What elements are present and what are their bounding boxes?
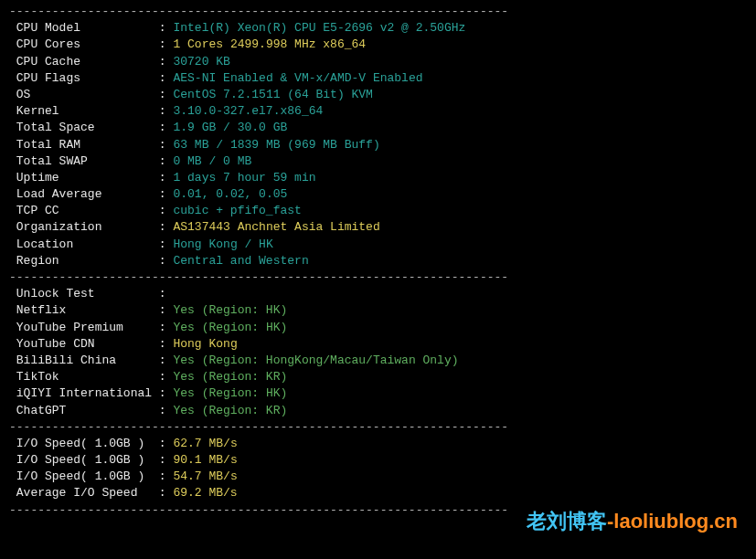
row-location: Location : Hong Kong / HK	[9, 237, 747, 253]
value-load-avg: 0.01, 0.02, 0.05	[173, 187, 287, 201]
row-io3: I/O Speed( 1.0GB ) : 54.7 MB/s	[9, 469, 747, 485]
row-os: OS : CentOS 7.2.1511 (64 Bit) KVM	[9, 87, 747, 103]
label-total-ram: Total RAM	[9, 138, 159, 152]
row-youtube-cdn: YouTube CDN : Hong Kong	[9, 336, 747, 353]
value-cpu-flags: AES-NI Enabled & VM-x/AMD-V Enabled	[173, 71, 422, 85]
label-tcp-cc: TCP CC	[9, 204, 159, 217]
label-bilibili: BiliBili China	[9, 353, 159, 367]
label-cpu-cache: CPU Cache	[9, 55, 159, 69]
label-kernel: Kernel	[9, 104, 159, 118]
label-load-avg: Load Average	[9, 187, 159, 201]
label-organization: Organization	[9, 220, 159, 234]
value-kernel: 3.10.0-327.el7.x86_64	[173, 104, 323, 118]
divider-io: ----------------------------------------…	[9, 419, 747, 436]
label-io1: I/O Speed( 1.0GB )	[9, 437, 159, 450]
label-io3: I/O Speed( 1.0GB )	[9, 469, 159, 483]
row-kernel: Kernel : 3.10.0-327.el7.x86_64	[9, 103, 747, 120]
value-io2: 90.1 MB/s	[173, 453, 237, 467]
label-io-avg: Average I/O Speed	[9, 486, 159, 500]
row-youtube-premium: YouTube Premium : Yes (Region: HK)	[9, 320, 747, 336]
value-region: Central and Western	[173, 254, 308, 268]
label-location: Location	[9, 237, 159, 251]
value-cpu-cache: 30720 KB	[173, 55, 229, 69]
value-total-swap: 0 MB / 0 MB	[173, 154, 251, 168]
divider-top: ----------------------------------------…	[9, 4, 747, 20]
row-region: Region : Central and Western	[9, 253, 747, 269]
label-cpu-flags: CPU Flags	[9, 71, 159, 85]
value-cpu-cores: 1 Cores 2499.998 MHz x86_64	[173, 37, 366, 51]
value-netflix: Yes (Region: HK)	[173, 303, 287, 317]
label-netflix: Netflix	[9, 303, 159, 317]
value-io-avg: 69.2 MB/s	[173, 486, 237, 500]
unlock-header: Unlock Test	[9, 287, 159, 301]
divider-bottom: ----------------------------------------…	[9, 502, 747, 519]
value-cpu-model: Intel(R) Xeon(R) CPU E5-2696 v2 @ 2.50GH…	[173, 21, 465, 35]
row-netflix: Netflix : Yes (Region: HK)	[9, 302, 747, 319]
row-total-swap: Total SWAP : 0 MB / 0 MB	[9, 153, 747, 170]
row-cpu-model: CPU Model : Intel(R) Xeon(R) CPU E5-2696…	[9, 20, 747, 37]
label-cpu-model: CPU Model	[9, 21, 159, 35]
label-iqiyi: iQIYI International	[9, 386, 159, 400]
row-unlock-header: Unlock Test :	[9, 286, 747, 302]
row-tiktok: TikTok : Yes (Region: KR)	[9, 369, 747, 385]
row-io1: I/O Speed( 1.0GB ) : 62.7 MB/s	[9, 436, 747, 452]
value-os: CentOS 7.2.1511 (64 Bit) KVM	[173, 88, 372, 101]
value-total-ram: 63 MB / 1839 MB (969 MB Buff)	[173, 138, 379, 152]
row-cpu-cache: CPU Cache : 30720 KB	[9, 54, 747, 70]
row-cpu-cores: CPU Cores : 1 Cores 2499.998 MHz x86_64	[9, 37, 747, 53]
value-tcp-cc: cubic + pfifo_fast	[173, 204, 301, 217]
row-total-space: Total Space : 1.9 GB / 30.0 GB	[9, 120, 747, 136]
label-total-swap: Total SWAP	[9, 154, 159, 168]
label-region: Region	[9, 254, 159, 268]
value-youtube-cdn: Hong Kong	[173, 337, 237, 351]
value-chatgpt: Yes (Region: KR)	[173, 404, 287, 417]
label-youtube-premium: YouTube Premium	[9, 321, 159, 334]
label-total-space: Total Space	[9, 121, 159, 134]
label-io2: I/O Speed( 1.0GB )	[9, 453, 159, 467]
row-load-avg: Load Average : 0.01, 0.02, 0.05	[9, 186, 747, 203]
value-tiktok: Yes (Region: KR)	[173, 370, 287, 384]
value-organization: AS137443 Anchnet Asia Limited	[173, 220, 379, 234]
label-uptime: Uptime	[9, 171, 159, 185]
label-cpu-cores: CPU Cores	[9, 37, 159, 51]
row-io-avg: Average I/O Speed : 69.2 MB/s	[9, 485, 747, 501]
row-cpu-flags: CPU Flags : AES-NI Enabled & VM-x/AMD-V …	[9, 70, 747, 87]
row-iqiyi: iQIYI International : Yes (Region: HK)	[9, 385, 747, 402]
label-os: OS	[9, 88, 159, 101]
row-uptime: Uptime : 1 days 7 hour 59 min	[9, 170, 747, 186]
value-total-space: 1.9 GB / 30.0 GB	[173, 121, 287, 134]
divider-unlock: ----------------------------------------…	[9, 269, 747, 286]
label-tiktok: TikTok	[9, 370, 159, 384]
row-total-ram: Total RAM : 63 MB / 1839 MB (969 MB Buff…	[9, 137, 747, 153]
row-chatgpt: ChatGPT : Yes (Region: KR)	[9, 403, 747, 419]
value-uptime: 1 days 7 hour 59 min	[173, 171, 315, 185]
value-youtube-premium: Yes (Region: HK)	[173, 321, 287, 334]
label-chatgpt: ChatGPT	[9, 404, 159, 417]
label-youtube-cdn: YouTube CDN	[9, 337, 159, 351]
value-bilibili: Yes (Region: HongKong/Macau/Taiwan Only)	[173, 353, 458, 367]
row-bilibili: BiliBili China : Yes (Region: HongKong/M…	[9, 353, 747, 369]
value-iqiyi: Yes (Region: HK)	[173, 386, 287, 400]
row-organization: Organization : AS137443 Anchnet Asia Lim…	[9, 219, 747, 236]
row-io2: I/O Speed( 1.0GB ) : 90.1 MB/s	[9, 452, 747, 469]
value-io3: 54.7 MB/s	[173, 469, 237, 483]
row-tcp-cc: TCP CC : cubic + pfifo_fast	[9, 203, 747, 219]
value-location: Hong Kong / HK	[173, 237, 272, 251]
value-io1: 62.7 MB/s	[173, 437, 237, 450]
